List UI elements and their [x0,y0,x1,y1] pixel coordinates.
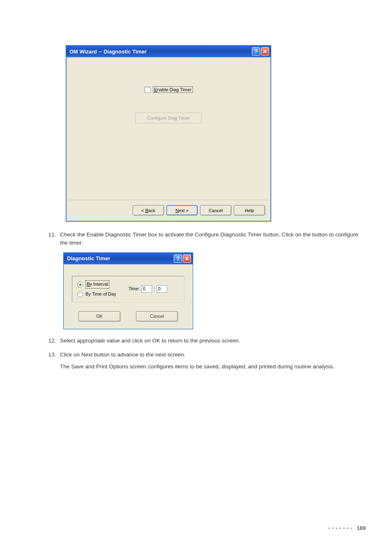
decor-dot [347,527,348,529]
next-button[interactable]: Next > [166,205,198,215]
step-13: Click on Next button to advance to the n… [58,351,367,371]
dialog-body: Enable Diag Timer Configure Diag Timer <… [66,57,271,221]
by-interval-label: By Interval [87,282,108,287]
decor-dot [332,527,334,529]
time-hours-input[interactable]: 0 [141,285,152,293]
decor-dot [336,527,337,529]
close-icon[interactable]: ✕ [261,47,269,56]
step-12-text: Select appropriate value and click on OK… [60,338,240,344]
enable-diag-timer-row[interactable]: Enable Diag Timer [144,86,193,93]
cancel-button[interactable]: Cancel [136,311,178,321]
step-12: Select appropriate value and click on OK… [58,337,367,345]
ok-button[interactable]: OK [78,311,120,321]
enable-diag-timer-checkbox[interactable] [144,87,150,93]
help-icon[interactable]: ? [252,47,260,56]
decor-dot [343,527,345,529]
by-time-of-day-label: By Time of Day [85,291,116,298]
help-icon[interactable]: ? [174,254,182,263]
by-time-of-day-radio[interactable]: By Time of Day [77,291,116,298]
by-interval-radio[interactable]: By Interval [77,280,116,289]
decor-dot [339,527,341,529]
decor-dot [350,527,352,529]
decor-dot [328,527,330,529]
radio-icon[interactable] [77,282,83,287]
titlebar[interactable]: OM Wizard -- Diagnostic Timer ? ✕ [66,46,271,57]
om-wizard-dialog: OM Wizard -- Diagnostic Timer ? ✕ Enable… [66,45,271,222]
window-title: OM Wizard -- Diagnostic Timer [69,49,251,55]
step-13-extra: The Save and Print Options screen config… [60,363,367,371]
titlebar[interactable]: Diagnostic Timer ? ✕ [64,253,193,264]
back-button[interactable]: < Back [133,205,164,215]
page-number: 169 [357,525,366,531]
window-title: Diagnostic Timer [67,255,173,263]
dialog-body: By Interval By Time of Day Time: 0 : 0 [64,264,193,329]
enable-diag-timer-label: Enable Diag Timer [154,87,191,92]
step-11-text: Check the Enable Diagnostic Timer box to… [60,231,358,246]
help-button[interactable]: Help [234,205,265,215]
time-row: Time: 0 : 0 [129,285,167,293]
instruction-list: Check the Enable Diagnostic Timer box to… [41,231,367,371]
cancel-button[interactable]: Cancel [200,205,231,215]
radio-group: By Interval By Time of Day [77,280,116,298]
wizard-button-row: < Back Next > Cancel Help [66,200,271,215]
step-11: Check the Enable Diagnostic Timer box to… [58,231,367,329]
time-separator: : [154,286,155,292]
configure-diag-timer-button: Configure Diag Timer [135,113,202,123]
radio-icon[interactable] [77,291,83,297]
timer-group: By Interval By Time of Day Time: 0 : 0 [72,276,184,302]
page-footer: 169 [328,525,366,531]
step-13-text: Click on Next button to advance to the n… [60,352,185,358]
close-icon[interactable]: ✕ [183,254,191,263]
time-label: Time: [129,286,140,292]
diagnostic-timer-dialog: Diagnostic Timer ? ✕ By Interval [63,252,193,329]
time-minutes-input[interactable]: 0 [157,285,167,293]
dialog-button-row: OK Cancel [72,311,184,321]
